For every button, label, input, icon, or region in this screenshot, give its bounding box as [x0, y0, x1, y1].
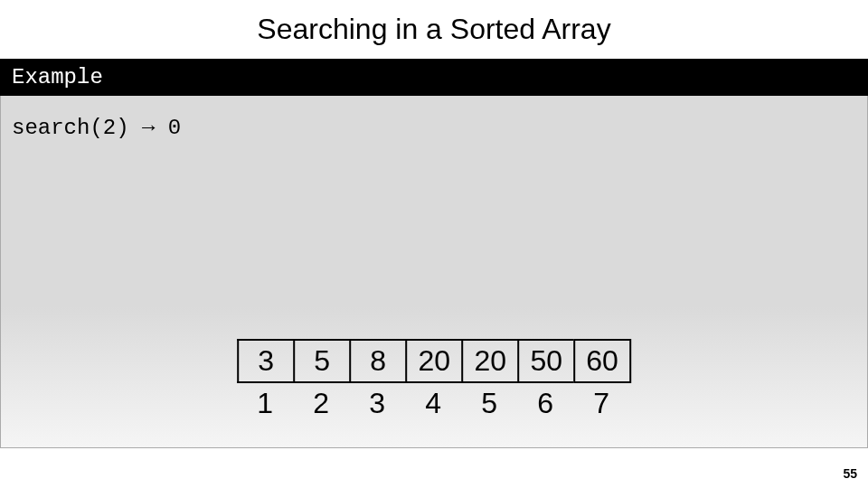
array-cell: 50: [517, 339, 573, 383]
array-index: 7: [573, 383, 629, 424]
array-index: 2: [293, 383, 349, 424]
array-values-row: 3 5 8 20 20 50 60: [237, 339, 631, 383]
slide-title: Searching in a Sorted Array: [0, 0, 868, 59]
array-index: 6: [517, 383, 573, 424]
array-index: 4: [405, 383, 461, 424]
content-box: search(2) → 0 3 5 8 20 20 50 60 1 2 3 4 …: [0, 96, 868, 448]
array-cell: 5: [293, 339, 349, 383]
array-cell: 8: [349, 339, 405, 383]
array-cell: 60: [573, 339, 631, 383]
array-cell: 3: [237, 339, 293, 383]
array-index: 3: [349, 383, 405, 424]
search-expression: search(2) → 0: [1, 96, 867, 160]
array-index: 1: [237, 383, 293, 424]
array-diagram: 3 5 8 20 20 50 60 1 2 3 4 5 6 7: [237, 339, 631, 424]
array-index: 5: [461, 383, 517, 424]
example-label: Example: [12, 65, 103, 89]
array-cell: 20: [461, 339, 517, 383]
array-indices-row: 1 2 3 4 5 6 7: [237, 383, 631, 424]
example-bar: Example: [0, 59, 868, 96]
array-cell: 20: [405, 339, 461, 383]
page-number: 55: [843, 466, 857, 481]
slide: Searching in a Sorted Array Example sear…: [0, 0, 868, 488]
